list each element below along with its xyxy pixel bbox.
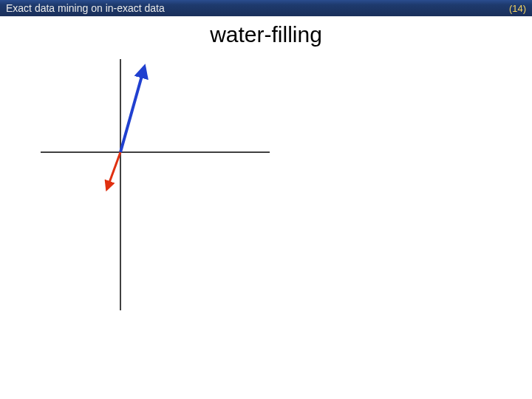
header-bar: Exact data mining on in-exact data (14) <box>0 0 532 16</box>
vector-diagram <box>41 59 270 310</box>
slide: Exact data mining on in-exact data (14) … <box>0 0 532 399</box>
header-title: Exact data mining on in-exact data <box>6 2 165 14</box>
slide-title: water-filling <box>0 22 532 47</box>
page-number: (14) <box>509 3 526 14</box>
red-vector <box>107 152 120 188</box>
diagram-svg <box>41 59 270 310</box>
blue-vector <box>120 68 144 152</box>
